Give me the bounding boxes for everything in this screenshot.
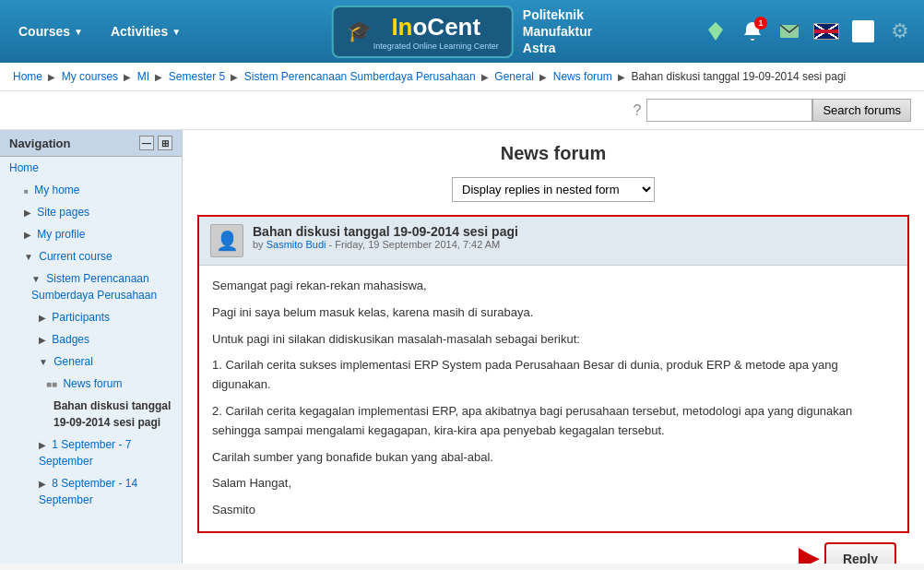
logo-title: InoCent [373, 13, 499, 42]
arrow-myprofile: ▶ [24, 228, 31, 242]
arrow-participants: ▶ [39, 311, 46, 325]
post-date: Friday, 19 September 2014, 7:42 AM [335, 239, 500, 250]
arrow-week1: ▶ [39, 438, 46, 452]
sidebar-item-bahan-diskusi: Bahan diskusi tanggal 19-09-2014 sesi pa… [0, 395, 182, 433]
sidebar-item-general[interactable]: ▼ General [0, 350, 182, 373]
svg-marker-0 [708, 22, 723, 41]
sidebar-item-sitepages[interactable]: ▶ Site pages [0, 201, 182, 223]
courses-label: Courses [18, 24, 70, 39]
user-icon[interactable] [848, 17, 878, 46]
sep4: ▶ [231, 72, 238, 82]
user-box [852, 20, 874, 42]
post-line-8: Sasmito [212, 501, 894, 520]
arrow-course: ▼ [31, 272, 41, 286]
sidebar-item-badges[interactable]: ▶ Badges [0, 328, 182, 350]
sidebar-currentcourse-label: Current course [39, 250, 112, 263]
sidebar-item-week1[interactable]: ▶ 1 September - 7 September [0, 433, 182, 472]
sidebar-week2-label: 8 September - 14 September [39, 477, 137, 506]
sidebar-controls: — ⊞ [139, 136, 172, 150]
sidebar-sitepages-label: Site pages [37, 206, 89, 219]
logo-box: 🎓 InoCent Integrated Online Learning Cen… [332, 6, 514, 58]
sidebar: Navigation — ⊞ Home ■ My home ▶ Site pag… [0, 130, 183, 564]
settings-icon[interactable]: ⚙ [885, 17, 915, 46]
post-info: Bahan diskusi tanggal 19-09-2014 sesi pa… [253, 224, 518, 250]
sidebar-item-myprofile[interactable]: ▶ My profile [0, 223, 182, 245]
post-line-7: Salam Hangat, [212, 474, 894, 493]
reply-button[interactable]: Reply [824, 542, 896, 564]
post-line-5: 2. Carilah cerita kegagalan implementasi… [212, 402, 894, 441]
post-body: Semangat pagi rekan-rekan mahasiswa, Pag… [199, 266, 907, 531]
sep5: ▶ [481, 72, 489, 82]
main-layout: Navigation — ⊞ Home ■ My home ▶ Site pag… [0, 130, 924, 564]
sidebar-title: Navigation [9, 137, 70, 150]
sidebar-myprofile-label: My profile [37, 228, 85, 241]
sidebar-expand-btn[interactable]: ⊞ [158, 136, 172, 150]
mail-icon[interactable] [775, 17, 804, 46]
logo-subtitle: Integrated Online Learning Center [373, 42, 499, 51]
post-author-link[interactable]: Sasmito Budi [267, 239, 326, 250]
bullet-newsforum: ■■ [46, 379, 57, 389]
notification-icon[interactable]: 1 [738, 17, 767, 46]
gear-symbol: ⚙ [891, 19, 909, 43]
activities-menu[interactable]: Activities ▼ [101, 18, 190, 44]
header-nav: Courses ▼ Activities ▼ [9, 18, 190, 44]
sidebar-header: Navigation — ⊞ [0, 130, 182, 157]
search-input[interactable] [646, 99, 812, 122]
post-line-4: 1. Carilah cerita sukses implementasi ER… [212, 356, 894, 395]
courses-menu[interactable]: Courses ▼ [9, 18, 92, 44]
arrow-currentcourse: ▼ [24, 250, 33, 264]
sidebar-item-week2[interactable]: ▶ 8 September - 14 September [0, 472, 182, 511]
display-mode-select[interactable]: Display replies in nested form Display r… [452, 177, 655, 202]
breadcrumb-general[interactable]: General [494, 70, 534, 83]
content: News forum Display replies in nested for… [183, 130, 924, 564]
breadcrumb-current: Bahan diskusi tanggal 19-09-2014 sesi pa… [631, 70, 846, 83]
sidebar-course-label: Sistem Perencanaan Sumberdaya Perusahaan [31, 272, 157, 302]
breadcrumb-home[interactable]: Home [13, 70, 42, 83]
courses-arrow-icon: ▼ [74, 27, 83, 37]
post-title: Bahan diskusi tanggal 19-09-2014 sesi pa… [253, 224, 518, 239]
reply-arrow-row: ➤ Reply [197, 542, 909, 564]
post-line-6: Carilah sumber yang bonafide bukan yang … [212, 448, 894, 468]
sep7: ▶ [618, 72, 625, 82]
breadcrumb-mi[interactable]: MI [137, 70, 149, 83]
search-button[interactable]: Search forums [812, 99, 911, 122]
activities-label: Activities [111, 24, 168, 39]
logo-right-text: PoliteknikManufakturAstra [523, 6, 592, 57]
diamond-icon[interactable] [701, 17, 730, 46]
bullet-myhome: ■ [24, 186, 29, 197]
breadcrumb-semester5[interactable]: Semester 5 [169, 70, 225, 83]
uk-flag [813, 23, 839, 40]
arrow-week2: ▶ [39, 477, 46, 491]
sep2: ▶ [124, 72, 131, 82]
post-meta: by Sasmito Budi - Friday, 19 September 2… [253, 239, 518, 250]
search-bar: ? Search forums [0, 91, 924, 130]
language-flag-icon[interactable] [811, 17, 841, 46]
breadcrumb-mycourses[interactable]: My courses [62, 70, 118, 83]
notification-badge: 1 [754, 17, 767, 30]
display-mode-row: Display replies in nested form Display r… [197, 177, 909, 202]
sep6: ▶ [539, 72, 547, 82]
sidebar-item-newsforum[interactable]: ■■ News forum [0, 373, 182, 395]
sidebar-item-currentcourse: ▼ Current course [0, 245, 182, 267]
post-header: 👤 Bahan diskusi tanggal 19-09-2014 sesi … [199, 217, 907, 266]
arrow-badges: ▶ [39, 333, 46, 347]
avatar: 👤 [210, 224, 243, 257]
search-help-icon[interactable]: ? [634, 102, 642, 119]
post-line-3: Untuk pagi ini silakan didiskusikan masa… [212, 330, 894, 350]
header: Courses ▼ Activities ▼ 🎓 InoCent Integra… [0, 0, 924, 63]
sidebar-week1-label: 1 September - 7 September [39, 438, 131, 468]
content-title: News forum [197, 143, 909, 164]
logo-cent: oCent [412, 13, 480, 41]
sidebar-item-myhome[interactable]: ■ My home [0, 179, 182, 201]
sidebar-item-home[interactable]: Home [0, 157, 182, 179]
sidebar-item-course-name[interactable]: ▼ Sistem Perencanaan Sumberdaya Perusaha… [0, 267, 182, 306]
breadcrumb: Home ▶ My courses ▶ MI ▶ Semester 5 ▶ Si… [0, 63, 924, 91]
breadcrumb-course[interactable]: Sistem Perencanaan Sumberdaya Perusahaan [244, 70, 476, 83]
sidebar-newsforum-label: News forum [63, 377, 122, 390]
sidebar-item-participants[interactable]: ▶ Participants [0, 306, 182, 328]
sidebar-badges-label: Badges [52, 333, 89, 346]
sep3: ▶ [155, 72, 162, 82]
breadcrumb-newsforum[interactable]: News forum [553, 70, 612, 83]
sidebar-minimize-btn[interactable]: — [139, 136, 154, 150]
logo: 🎓 InoCent Integrated Online Learning Cen… [332, 6, 593, 58]
